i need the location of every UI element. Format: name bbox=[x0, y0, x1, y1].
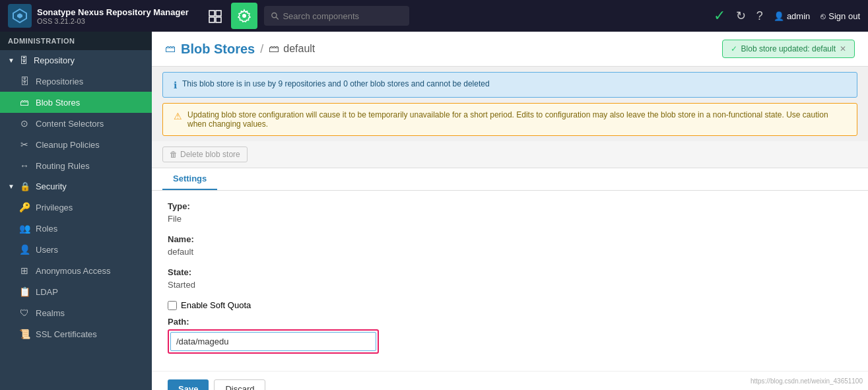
app-version: OSS 3.21.2-03 bbox=[37, 17, 189, 25]
tabs-bar: Settings bbox=[152, 168, 868, 191]
sidebar-item-label: Content Selectors bbox=[36, 119, 104, 129]
delete-blob-store-button[interactable]: 🗑 Delete blob store bbox=[162, 146, 248, 162]
type-field: Type: File bbox=[168, 201, 852, 225]
routing-rules-icon: ↔ bbox=[18, 160, 30, 171]
soft-quota-row: Enable Soft Quota bbox=[168, 300, 852, 310]
app-title: Sonatype Nexus Repository Manager bbox=[37, 7, 189, 17]
sidebar-item-label: Cleanup Policies bbox=[36, 140, 100, 150]
sidebar-item-label: Users bbox=[36, 245, 58, 255]
sidebar-item-repositories[interactable]: 🗄 Repositories bbox=[0, 71, 152, 92]
sidebar-item-roles[interactable]: 👥 Roles bbox=[0, 218, 152, 239]
discard-button[interactable]: Discard bbox=[214, 379, 265, 390]
admin-button[interactable] bbox=[231, 3, 257, 29]
top-navigation: Sonatype Nexus Repository Manager OSS 3.… bbox=[0, 0, 868, 32]
sidebar-item-users[interactable]: 👤 Users bbox=[0, 239, 152, 260]
search-box[interactable] bbox=[264, 6, 409, 26]
warning-text: Updating blob store configuration will c… bbox=[187, 110, 846, 129]
realms-icon: 🛡 bbox=[18, 308, 30, 318]
security-group-header[interactable]: ▼ 🔒 Security bbox=[0, 176, 152, 197]
path-input[interactable] bbox=[170, 332, 376, 351]
sidebar-item-ssl-certificates[interactable]: 📜 SSL Certificates bbox=[0, 323, 152, 344]
name-value: default bbox=[168, 245, 852, 258]
breadcrumb: 🗃 Blob Stores / 🗃 default bbox=[165, 42, 315, 57]
sidebar-item-label: LDAP bbox=[36, 287, 58, 297]
right-actions: ✓ ↻ ? 👤 admin ⎋ Sign out bbox=[714, 7, 860, 24]
brand-logo bbox=[8, 4, 32, 28]
path-input-wrapper bbox=[168, 329, 379, 354]
browse-button[interactable] bbox=[202, 3, 228, 29]
refresh-icon[interactable]: ↻ bbox=[736, 9, 746, 23]
sidebar-item-label: Repositories bbox=[36, 77, 83, 86]
chevron-down-icon-security: ▼ bbox=[8, 183, 15, 190]
breadcrumb-sub: 🗃 default bbox=[269, 43, 315, 55]
name-label: Name: bbox=[168, 234, 852, 244]
search-icon bbox=[271, 11, 279, 20]
security-label: Security bbox=[36, 181, 67, 191]
sidebar-item-blob-stores[interactable]: 🗃 Blob Stores bbox=[0, 92, 152, 113]
settings-panel: Type: File Name: default State: Started … bbox=[152, 191, 868, 371]
security-group: ▼ 🔒 Security 🔑 Privileges 👥 Roles 👤 User… bbox=[0, 176, 152, 344]
path-label: Path: bbox=[168, 317, 852, 327]
blob-stores-icon: 🗃 bbox=[18, 97, 30, 108]
page-header: 🗃 Blob Stores / 🗃 default ✓ Blob store u… bbox=[152, 32, 868, 67]
page-title: Blob Stores bbox=[181, 42, 255, 57]
save-button[interactable]: Save bbox=[168, 379, 209, 390]
ldap-icon: 📋 bbox=[18, 286, 30, 297]
success-icon: ✓ bbox=[731, 44, 737, 53]
type-label: Type: bbox=[168, 201, 852, 211]
status-check-icon: ✓ bbox=[714, 7, 725, 24]
sidebar-item-label: Routing Rules bbox=[36, 161, 90, 171]
sidebar-item-label: Privileges bbox=[36, 203, 73, 212]
signout-label: Sign out bbox=[828, 11, 860, 21]
main-layout: Administration ▼ 🗄 Repository 🗄 Reposito… bbox=[0, 32, 868, 390]
user-icon: 👤 bbox=[774, 11, 784, 21]
repository-group-header[interactable]: ▼ 🗄 Repository bbox=[0, 50, 152, 71]
sidebar-item-content-selectors[interactable]: ⊙ Content Selectors bbox=[0, 113, 152, 134]
success-close-icon[interactable]: ✕ bbox=[840, 44, 846, 53]
user-menu[interactable]: 👤 admin bbox=[774, 11, 810, 21]
sidebar-item-label: Roles bbox=[36, 224, 57, 234]
svg-line-9 bbox=[276, 17, 279, 20]
privileges-icon: 🔑 bbox=[18, 202, 30, 212]
sub-title-text: default bbox=[283, 43, 315, 55]
svg-rect-5 bbox=[209, 17, 215, 22]
sidebar-item-routing-rules[interactable]: ↔ Routing Rules bbox=[0, 155, 152, 176]
sub-icon: 🗃 bbox=[269, 43, 279, 55]
name-field: Name: default bbox=[168, 234, 852, 258]
sidebar-item-cleanup-policies[interactable]: ✂ Cleanup Policies bbox=[0, 134, 152, 155]
info-text: This blob store is in use by 9 repositor… bbox=[182, 79, 490, 88]
ssl-icon: 📜 bbox=[18, 329, 30, 339]
cleanup-policies-icon: ✂ bbox=[18, 139, 30, 150]
soft-quota-checkbox[interactable] bbox=[168, 301, 177, 310]
browse-icon bbox=[208, 9, 222, 23]
sidebar-item-privileges[interactable]: 🔑 Privileges bbox=[0, 197, 152, 218]
state-label: State: bbox=[168, 267, 852, 277]
sidebar-item-realms[interactable]: 🛡 Realms bbox=[0, 302, 152, 323]
gear-icon bbox=[237, 9, 251, 23]
signout-button[interactable]: ⎋ Sign out bbox=[820, 11, 860, 21]
main-content: 🗃 Blob Stores / 🗃 default ✓ Blob store u… bbox=[152, 32, 868, 390]
warning-icon: ⚠ bbox=[174, 111, 182, 121]
svg-rect-3 bbox=[209, 11, 215, 16]
security-icon: 🔒 bbox=[20, 181, 30, 191]
brand-icon bbox=[12, 8, 28, 24]
users-icon: 👤 bbox=[18, 244, 30, 255]
info-alert: ℹ This blob store is in use by 9 reposit… bbox=[162, 72, 857, 98]
path-section: Path: bbox=[168, 317, 852, 354]
content-toolbar: 🗑 Delete blob store bbox=[152, 141, 868, 168]
tab-settings[interactable]: Settings bbox=[162, 168, 217, 190]
state-value: Started bbox=[168, 278, 852, 291]
sidebar-item-anonymous-access[interactable]: ⊞ Anonymous Access bbox=[0, 260, 152, 281]
signout-icon: ⎋ bbox=[820, 11, 826, 21]
type-value: File bbox=[168, 212, 852, 225]
search-input[interactable] bbox=[283, 11, 402, 21]
sidebar-item-label: Blob Stores bbox=[36, 98, 80, 108]
svg-point-8 bbox=[272, 13, 277, 17]
sidebar-item-ldap[interactable]: 📋 LDAP bbox=[0, 281, 152, 302]
watermark: https://blog.csdn.net/weixin_43651100 bbox=[751, 377, 863, 385]
delete-icon: 🗑 bbox=[170, 150, 178, 159]
breadcrumb-icon: 🗃 bbox=[165, 43, 176, 55]
help-icon[interactable]: ? bbox=[756, 9, 763, 23]
tab-settings-label: Settings bbox=[173, 174, 207, 183]
success-text: Blob store updated: default bbox=[741, 44, 836, 53]
